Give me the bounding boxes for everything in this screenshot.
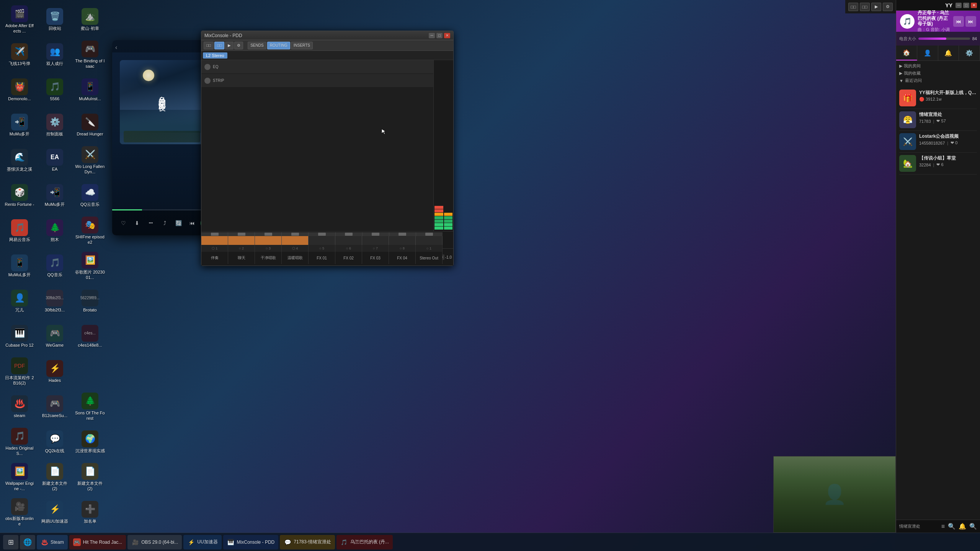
desktop-icon-mumu[interactable]: 📱 MuMuInst... (74, 73, 106, 106)
desktop-icon-hades[interactable]: ⚡ Hades (38, 355, 71, 388)
stream-nav-bell[interactable]: 🔔 (938, 46, 959, 60)
mix-sends-btn[interactable]: SENDS (248, 42, 266, 49)
taskbar-start[interactable]: ⊞ (3, 535, 18, 549)
share-btn[interactable]: ⤴ (159, 218, 170, 228)
stream-card-4[interactable]: 🏡 【传说小组】草堂 32284 | ❤ 6 (899, 153, 977, 174)
taskbar-uu[interactable]: ⚡ UU加速器 (183, 535, 221, 549)
stream-bell-btn[interactable]: 🔔 (959, 523, 966, 530)
top-fader-3[interactable] (255, 232, 282, 236)
stream-card-3[interactable]: ⚔️ Lostark公会战视频 14558018267 | ❤ 0 (899, 131, 977, 153)
desktop-icon-mumulv3[interactable]: 📱 MuMuL多开 (3, 249, 36, 282)
stream-card-1[interactable]: 🎁 YY福利大开-新版上线，Q厕皮肤免费送 🔴 3912.1w (899, 87, 977, 109)
stream-search-btn-2[interactable]: 🔍 (969, 523, 977, 530)
taskbar-music[interactable]: 🎵 乌兰巴托的夜 (丹... (336, 535, 393, 549)
desktop-icon-qqcloud2[interactable]: 🎵 QQ音乐 (38, 249, 71, 282)
desktop-icon-plane[interactable]: ✈️ 飞线13号弹 (3, 38, 36, 71)
stream-card-2[interactable]: 😤 情绪宣泄处 71783 | ❤ 57 (899, 109, 977, 131)
download-btn[interactable]: ⬇ (132, 218, 142, 228)
top-ctrl-2[interactable]: □□ (860, 3, 870, 11)
yy-minimize-btn[interactable]: ─ (956, 3, 962, 8)
fader-btn-8[interactable] (389, 236, 416, 245)
mix-toolbar-btn-1[interactable]: □□ (204, 42, 214, 49)
desktop-icon-recycle[interactable]: 🗑️ 回收站 (38, 3, 71, 36)
loop-btn[interactable]: 🔄 (173, 218, 184, 228)
fader-btn-stereo[interactable] (416, 236, 443, 245)
fader-btn-6[interactable] (335, 236, 362, 245)
yy-close-btn[interactable]: ✕ (971, 3, 977, 8)
stream-prev-btn[interactable]: ⏮ (953, 16, 964, 27)
taskbar-steam[interactable]: ♨️ Steam (37, 535, 68, 549)
desktop-icon-binding[interactable]: 🎮 The Binding of Isaac (74, 38, 106, 71)
fader-btn-5[interactable] (309, 236, 335, 245)
desktop-icon-eamu[interactable]: 🌊 墨憬沃龙之溪 (3, 144, 36, 177)
mix-maximize-btn[interactable]: □ (436, 33, 443, 38)
desktop-icon-xinwen1[interactable]: 📄 新建文本文件 (2) (38, 461, 71, 494)
desktop-icon-rento[interactable]: 🎲 Rento Fortune - (3, 179, 36, 212)
stream-search-btn-1[interactable]: 🔍 (948, 523, 956, 530)
taskbar-hittheroad[interactable]: 🎮 Hit The Road Jac... (69, 535, 126, 549)
desktop-icon-cubase[interactable]: 🎹 Cubase Pro 12 (3, 320, 36, 353)
top-ctrl-1[interactable]: □□ (848, 3, 858, 11)
mix-close-btn[interactable]: ✕ (444, 33, 450, 38)
stream-room-title[interactable]: ▶ 我的房间 (899, 63, 977, 69)
desktop-icon-ea[interactable]: EA EA (38, 144, 71, 177)
desktop-icon-fan[interactable]: 👤 冗儿 (3, 285, 36, 318)
mix-toolbar-btn-4[interactable]: ⚙ (234, 42, 243, 49)
fader-btn-7[interactable] (362, 236, 389, 245)
stream-nav-user[interactable]: 👤 (917, 46, 938, 60)
desktop-icon-adobe[interactable]: 🎬 Adobe After Effects ... (3, 3, 36, 36)
player-scroll-chevron[interactable]: ‹ (115, 44, 117, 51)
desktop-icon-pic30[interactable]: 🖼️ 谷歌图片 2023001... (74, 249, 106, 282)
desktop-icon-5566[interactable]: 🎵 5566 (38, 73, 71, 106)
desktop-icon-hades2[interactable]: 🎵 Hades Original S... (3, 425, 36, 458)
fader-btn-1[interactable] (201, 236, 228, 245)
taskbar-obs[interactable]: 🎥 OBS 29.0 (64-bi... (127, 535, 182, 549)
prev-btn[interactable]: ⏮ (187, 218, 198, 228)
vol-bar[interactable] (918, 37, 970, 40)
top-ctrl-3[interactable]: ▶ (871, 3, 881, 11)
stream-nav-home[interactable]: 🏠 (896, 46, 917, 60)
stream-menu-btn[interactable]: ≡ (941, 523, 945, 530)
desktop-icon-control[interactable]: ⚙️ 控制面板 (38, 109, 71, 142)
desktop-icon-wallpaper[interactable]: 🖼️ Wallpaper Engine -... (3, 461, 36, 494)
desktop-icon-demon[interactable]: 👹 Demonolo... (3, 73, 36, 106)
top-fader-7[interactable] (363, 232, 389, 236)
taskbar-mixconsole[interactable]: 🎹 MixConsole - PDD (223, 535, 279, 549)
stream-collect-title[interactable]: ▶ 我的收藏 (899, 70, 977, 76)
desktop-icon-shijie[interactable]: 🌍 沉浸世界现实感 (74, 425, 106, 458)
desktop-icon-xinwen2[interactable]: 📄 新建文本文件 (2) (74, 461, 106, 494)
top-fader-5[interactable] (309, 232, 335, 236)
desktop-icon-shing[interactable]: 🎭 SHIFme episode2 (74, 214, 106, 247)
desktop-icon-wangyi[interactable]: 🎵 网易云音乐 (3, 214, 36, 247)
more-btn[interactable]: ••• (145, 218, 156, 228)
desktop-icon-qqcloud[interactable]: ☁️ QQ云音乐 (74, 179, 106, 212)
fader-btn-2[interactable] (228, 236, 255, 245)
stream-recent-title[interactable]: ▼ 最近访问 (899, 78, 977, 83)
desktop-icon-celes[interactable]: c4es... c4es148e8... (74, 320, 106, 353)
top-fader-8[interactable] (389, 232, 416, 236)
desktop-icon-uu[interactable]: ⚡ 网易UU加速器 (38, 496, 71, 529)
yy-maximize-btn[interactable]: □ (963, 3, 969, 8)
desktop-icon-mumu2[interactable]: 📲 MuMu多开 (3, 109, 36, 142)
desktop-icon-wegame[interactable]: 🎮 WeGame (38, 320, 71, 353)
desktop-icon-jiamingdan[interactable]: ➕ 加名单 (74, 496, 106, 529)
fader-btn-4[interactable] (282, 236, 309, 245)
strip-knob[interactable] (204, 78, 211, 84)
desktop-icon-mountain[interactable]: ⛰️ 蜜山·初章 (74, 3, 106, 36)
mix-toolbar-btn-3[interactable]: ▶ (225, 42, 234, 49)
top-fader-stereo[interactable] (416, 232, 443, 236)
desktop-icon-shuimu[interactable]: 🌲 朔木 (38, 214, 71, 247)
top-fader-2[interactable] (228, 232, 255, 236)
taskbar-71783[interactable]: 💬 71783-情绪宣泄处 (280, 535, 335, 549)
top-fader-6[interactable] (336, 232, 363, 236)
fader-btn-3[interactable] (255, 236, 282, 245)
desktop-icon-qq2k[interactable]: 💬 QQ2k在线 (38, 425, 71, 458)
desktop-icon-56229[interactable]: 56229f89... Brotato (74, 285, 106, 318)
desktop-icon-sonsforest[interactable]: 🌲 Sons Of The Forest (74, 390, 106, 423)
mix-minimize-btn[interactable]: ─ (429, 33, 435, 38)
eq-knob[interactable] (204, 64, 211, 70)
desktop-icon-people[interactable]: 👥 双人成行 (38, 38, 71, 71)
taskbar-browser[interactable]: 🌐 (20, 535, 35, 549)
desktop-icon-steam[interactable]: ♨️ steam (3, 390, 36, 423)
mix-toolbar-btn-2[interactable]: □□ (214, 42, 224, 49)
